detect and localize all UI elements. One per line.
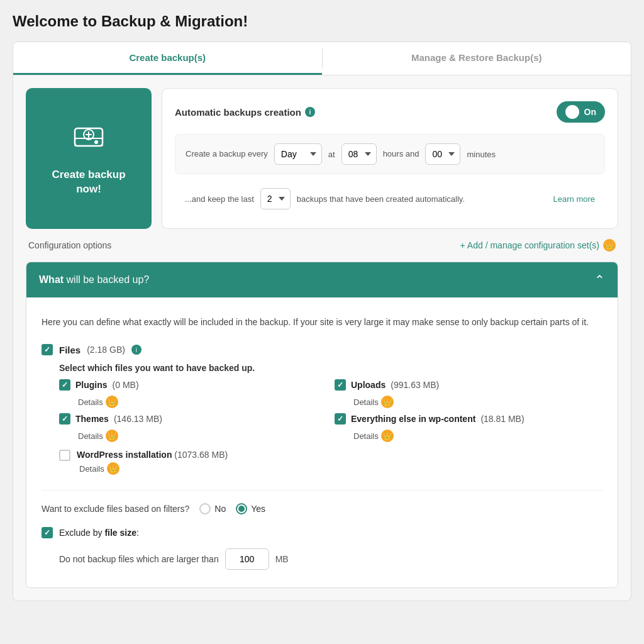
- filters-row: Want to exclude files based on filters? …: [42, 503, 602, 514]
- themes-details: Details 👑: [75, 430, 327, 442]
- crown-icon: 👑: [603, 239, 616, 252]
- schedule-row: Create a backup every Day Hour Week at 0…: [175, 134, 605, 174]
- plugins-size: (0 MB): [113, 380, 139, 390]
- themes-crown-icon: 👑: [106, 430, 118, 442]
- minutes-label: minutes: [467, 150, 496, 159]
- create-backup-label: Create backup now!: [52, 168, 125, 196]
- everything-else-details-link[interactable]: Details: [353, 431, 379, 441]
- plugins-name: Plugins: [75, 380, 108, 390]
- what-header[interactable]: What will be backed up? ⌃: [26, 262, 618, 297]
- themes-checkbox[interactable]: ✓: [59, 413, 70, 425]
- svg-point-2: [94, 140, 98, 144]
- everything-else-checkbox[interactable]: ✓: [335, 413, 346, 425]
- themes-details-link[interactable]: Details: [78, 431, 103, 441]
- uploads-checkbox[interactable]: ✓: [335, 379, 346, 391]
- uploads-name: Uploads: [351, 380, 386, 390]
- exclude-row: ✓ Exclude by file size:: [42, 527, 602, 538]
- config-row: Configuration options + Add / manage con…: [26, 239, 618, 252]
- backup-icon: [70, 121, 108, 160]
- plugins-checkbox[interactable]: ✓: [59, 379, 70, 391]
- schedule-label: Create a backup every: [186, 148, 268, 160]
- plugins-details-link[interactable]: Details: [78, 397, 103, 407]
- radio-yes[interactable]: Yes: [236, 503, 265, 514]
- radio-yes-outer: [236, 503, 247, 514]
- files-section: ✓ Files (2.18 GB) i Select which files y…: [42, 344, 602, 475]
- tab-create-backup[interactable]: Create backup(s): [13, 42, 322, 75]
- toggle-circle: [565, 105, 579, 119]
- filters-section: Want to exclude files based on filters? …: [42, 490, 602, 570]
- tab-manage-restore[interactable]: Manage & Restore Backup(s): [323, 42, 631, 75]
- size-input[interactable]: [225, 548, 269, 570]
- what-description: Here you can define what exactly will be…: [42, 315, 602, 329]
- files-left-col: ✓ Plugins (0 MB) Details 👑: [59, 379, 327, 442]
- file-items-grid: ✓ Plugins (0 MB) Details 👑: [59, 379, 602, 442]
- files-title: Files: [59, 345, 80, 355]
- uploads-details: Details 👑: [351, 396, 602, 408]
- themes-name: Themes: [75, 414, 109, 424]
- auto-backup-toggle[interactable]: On: [557, 101, 605, 123]
- radio-no[interactable]: No: [199, 503, 226, 514]
- page-title: Welcome to Backup & Migration!: [13, 13, 631, 30]
- auto-backup-title: Automatic backups creation i: [175, 107, 315, 118]
- what-section: What will be backed up? ⌃ Here you can d…: [26, 262, 618, 588]
- keep-prefix: ...and keep the last: [185, 194, 254, 204]
- auto-backup-header: Automatic backups creation i On: [175, 101, 605, 123]
- wp-install-size: (1073.68 MB): [174, 450, 228, 460]
- hours-select[interactable]: 08: [341, 143, 377, 165]
- wp-install-details-link[interactable]: Details: [79, 464, 104, 474]
- at-label: at: [328, 150, 335, 159]
- keep-row: ...and keep the last 2 3 5 backups that …: [175, 182, 605, 216]
- files-right-col: ✓ Uploads (991.63 MB) Details 👑: [335, 379, 602, 442]
- keep-description: backups that have been created automatic…: [297, 194, 465, 204]
- what-header-title: What will be backed up?: [39, 274, 149, 286]
- uploads-size: (991.63 MB): [391, 380, 439, 390]
- what-body: Here you can define what exactly will be…: [26, 297, 618, 587]
- learn-more-link[interactable]: Learn more: [553, 194, 595, 204]
- everything-else-size: (18.81 MB): [480, 414, 524, 424]
- wp-install-crown-icon: 👑: [107, 462, 119, 475]
- radio-group: No Yes: [199, 503, 265, 514]
- radio-yes-label: Yes: [251, 504, 265, 514]
- wp-install-details-link-row: Details 👑: [77, 462, 228, 475]
- config-add-link[interactable]: + Add / manage configuration set(s) 👑: [460, 239, 616, 252]
- everything-else-crown-icon: 👑: [381, 430, 394, 442]
- themes-size: (146.13 MB): [114, 414, 162, 424]
- wp-install-details: WordPress installation (1073.68 MB) Deta…: [77, 450, 228, 475]
- tabs-container: Create backup(s) Manage & Restore Backup…: [13, 42, 631, 75]
- exclude-size-checkbox[interactable]: ✓: [42, 527, 53, 538]
- files-size: (2.18 GB): [87, 345, 125, 355]
- files-sub-label: Select which files you want to have back…: [59, 363, 602, 373]
- files-info-icon[interactable]: i: [131, 345, 142, 355]
- radio-no-label: No: [214, 504, 226, 514]
- everything-else-details: Details 👑: [351, 430, 602, 442]
- plugins-crown-icon: 👑: [106, 396, 118, 408]
- uploads-row: ✓ Uploads (991.63 MB): [335, 379, 602, 391]
- frequency-select[interactable]: Day Hour Week: [274, 143, 322, 165]
- create-backup-card[interactable]: Create backup now!: [26, 88, 152, 229]
- plugins-details: Details 👑: [75, 396, 327, 408]
- config-label: Configuration options: [28, 240, 111, 250]
- exclude-title: Exclude by file size:: [59, 528, 139, 538]
- exclude-size-row: Do not backup files which are larger tha…: [59, 548, 602, 570]
- themes-row: ✓ Themes (146.13 MB): [59, 413, 327, 425]
- auto-backup-info-icon[interactable]: i: [305, 107, 315, 117]
- wp-install-checkbox[interactable]: [59, 450, 70, 461]
- minutes-select[interactable]: 00: [425, 143, 460, 165]
- files-header-row: ✓ Files (2.18 GB) i: [42, 344, 602, 355]
- wp-install-name: WordPress installation: [77, 450, 172, 460]
- radio-yes-inner: [238, 506, 245, 512]
- everything-else-name: Everything else in wp-content: [351, 414, 475, 424]
- main-content: Create backup now! Automatic backups cre…: [13, 75, 631, 601]
- backup-row: Create backup now! Automatic backups cre…: [26, 88, 618, 229]
- keep-count-select[interactable]: 2 3 5: [260, 188, 291, 209]
- exclude-section: ✓ Exclude by file size: Do not backup fi…: [42, 527, 602, 570]
- filters-question: Want to exclude files based on filters?: [42, 504, 189, 514]
- hours-and-label: hours and: [383, 148, 419, 160]
- size-unit: MB: [275, 554, 289, 564]
- files-checkbox[interactable]: ✓: [42, 344, 53, 355]
- everything-else-row: ✓ Everything else in wp-content (18.81 M…: [335, 413, 602, 425]
- radio-no-outer: [199, 503, 211, 514]
- auto-backup-panel: Automatic backups creation i On Create a…: [162, 88, 618, 229]
- uploads-crown-icon: 👑: [381, 396, 394, 408]
- uploads-details-link[interactable]: Details: [353, 397, 379, 407]
